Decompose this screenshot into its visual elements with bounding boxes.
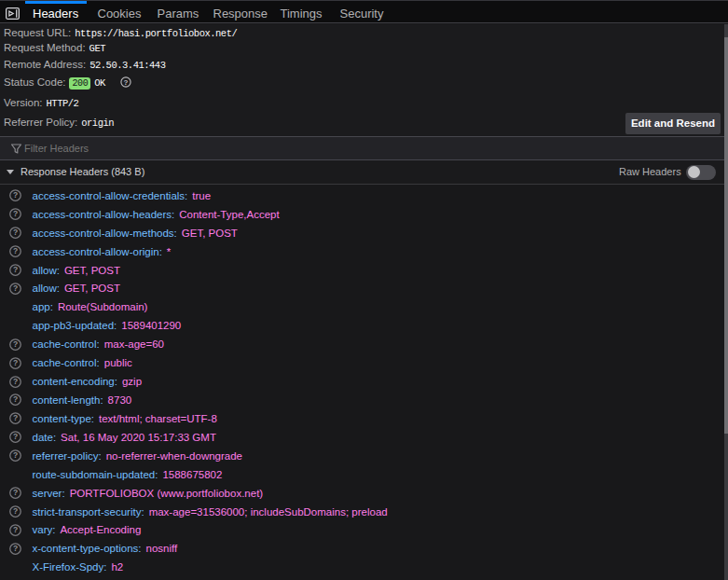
svg-text:?: ?	[13, 377, 18, 386]
svg-text:?: ?	[13, 247, 18, 256]
svg-text:?: ?	[13, 339, 18, 349]
svg-text:?: ?	[13, 451, 18, 461]
svg-text:?: ?	[13, 488, 18, 497]
svg-text:?: ?	[13, 210, 18, 219]
svg-text:?: ?	[13, 358, 18, 367]
svg-text:?: ?	[13, 191, 18, 200]
svg-text:?: ?	[13, 433, 18, 442]
svg-text:?: ?	[13, 525, 18, 534]
svg-text:?: ?	[13, 228, 18, 238]
svg-text:?: ?	[13, 265, 18, 274]
svg-text:?: ?	[13, 283, 18, 293]
svg-text:?: ?	[124, 78, 129, 87]
svg-text:?: ?	[13, 544, 18, 553]
svg-text:?: ?	[13, 506, 18, 516]
svg-text:?: ?	[13, 395, 18, 405]
svg-text:?: ?	[13, 414, 18, 423]
